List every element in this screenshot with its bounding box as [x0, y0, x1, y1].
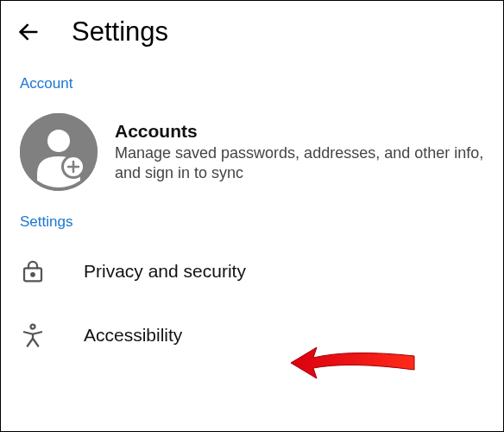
header-bar: Settings: [1, 1, 503, 68]
lock-icon: [20, 258, 46, 284]
settings-item-label: Accessibility: [84, 325, 182, 346]
svg-point-8: [31, 273, 35, 276]
accounts-text: Accounts Manage saved passwords, address…: [115, 121, 484, 184]
accessibility-icon: [20, 322, 46, 348]
accounts-title: Accounts: [115, 121, 484, 142]
settings-item-privacy[interactable]: Privacy and security: [1, 239, 503, 303]
account-avatar-icon: [20, 113, 98, 191]
svg-point-2: [47, 130, 70, 152]
accounts-item[interactable]: Accounts Manage saved passwords, address…: [1, 101, 503, 206]
settings-item-label: Privacy and security: [84, 261, 246, 282]
accounts-description: Manage saved passwords, addresses, and o…: [115, 143, 484, 184]
svg-point-9: [31, 325, 35, 329]
back-arrow-icon[interactable]: [16, 20, 41, 44]
settings-item-accessibility[interactable]: Accessibility: [1, 303, 503, 367]
section-header-settings: Settings: [1, 206, 503, 239]
page-title: Settings: [72, 16, 168, 48]
section-header-account: Account: [1, 68, 503, 101]
